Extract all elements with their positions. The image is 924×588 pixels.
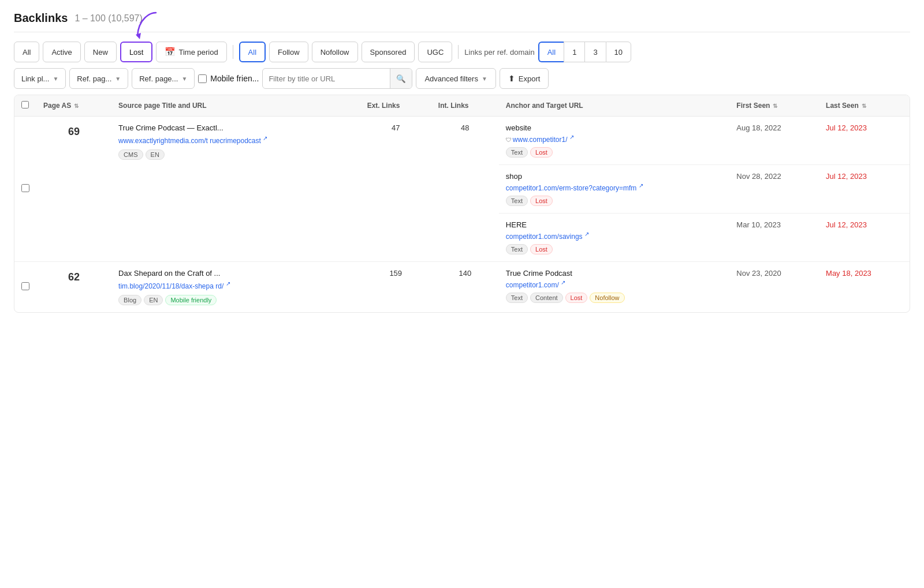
- anchor-url[interactable]: competitor1.com/savings ↗: [506, 231, 723, 241]
- source-tags: BlogENMobile friendly: [118, 295, 353, 305]
- int-links-cell: 48: [431, 117, 499, 262]
- filter-lost[interactable]: Lost: [120, 42, 153, 62]
- anchor-badge: Lost: [530, 244, 553, 254]
- select-all-checkbox[interactable]: [21, 101, 29, 108]
- source-tag: CMS: [118, 149, 143, 160]
- sort-icon: ⇅: [773, 103, 777, 109]
- links-per-label: Links per ref. domain: [464, 48, 534, 57]
- filter-ugc[interactable]: UGC: [418, 42, 452, 62]
- first-seen-date: Nov 23, 2020: [736, 269, 781, 278]
- anchor-text: website: [506, 123, 723, 132]
- external-link-icon: ↗: [639, 182, 643, 189]
- source-tag: Mobile friendly: [165, 295, 217, 305]
- ref-page-lang-label: Ref. page...: [139, 74, 178, 83]
- col-source: Source page Title and URL: [111, 95, 360, 117]
- row-checkbox[interactable]: [21, 184, 29, 192]
- links-per-all[interactable]: All: [538, 42, 564, 62]
- source-tags: CMSEN: [118, 149, 353, 160]
- col-ext-links: Ext. Links: [360, 95, 431, 117]
- filter-nofollow[interactable]: Nofollow: [312, 42, 358, 62]
- external-link-icon: ↗: [263, 135, 267, 141]
- anchor-block: HERE competitor1.com/savings ↗ TextLost: [506, 220, 723, 254]
- chevron-down-icon: ▼: [482, 76, 487, 82]
- anchor-cell: website 🛡www.competitor1/ ↗ TextLost: [499, 117, 730, 165]
- advanced-filters-label: Advanced filters: [424, 74, 478, 83]
- filter-all[interactable]: All: [14, 42, 39, 62]
- anchor-cell: shop competitor1.com/erm-store?category=…: [499, 165, 730, 214]
- anchor-badges: TextContentLostNofollow: [506, 293, 723, 303]
- last-seen-cell: May 18, 2023: [819, 262, 910, 312]
- sort-icon: ⇅: [74, 103, 79, 109]
- col-anchor: Anchor and Target URL: [499, 95, 730, 117]
- int-links-cell: 140: [431, 262, 499, 312]
- ext-links-cell: 159: [360, 262, 431, 312]
- anchor-block: website 🛡www.competitor1/ ↗ TextLost: [506, 123, 723, 158]
- link-placement-dropdown[interactable]: Link pl... ▼: [14, 68, 66, 89]
- ref-page-lang-dropdown[interactable]: Ref. page... ▼: [132, 68, 195, 89]
- filter-follow[interactable]: Follow: [269, 42, 308, 62]
- calendar-icon: 📅: [165, 47, 176, 57]
- advanced-filters-button[interactable]: Advanced filters ▼: [416, 68, 495, 89]
- anchor-url[interactable]: 🛡www.competitor1/ ↗: [506, 134, 723, 144]
- table-row: 69 True Crime Podcast — Exactl... www.ex…: [14, 117, 910, 165]
- last-seen-cell: Jul 12, 2023: [819, 117, 910, 165]
- links-per-10[interactable]: 10: [606, 42, 631, 62]
- source-url[interactable]: tim.blog/2020/11/18/dax-shepa rd/ ↗: [118, 280, 353, 291]
- last-seen-cell: Jul 12, 2023: [819, 165, 910, 214]
- arrow-annotation: [133, 7, 167, 42]
- filter-new[interactable]: New: [84, 42, 117, 62]
- col-first-seen: First Seen ⇅: [729, 95, 819, 117]
- anchor-cell: HERE competitor1.com/savings ↗ TextLost: [499, 214, 730, 262]
- filter-row-2: Link pl... ▼ Ref. pag... ▼ Ref. page... …: [14, 68, 910, 89]
- export-button[interactable]: ⬆ Export: [500, 68, 549, 89]
- filter-separator-2: [458, 45, 459, 59]
- filter-all-follow[interactable]: All: [239, 42, 266, 62]
- links-per-3[interactable]: 3: [584, 42, 605, 62]
- time-period-button[interactable]: 📅 Time period: [156, 42, 226, 62]
- mobile-friendly-checkbox[interactable]: [198, 74, 207, 83]
- filter-sponsored[interactable]: Sponsored: [362, 42, 415, 62]
- anchor-badges: TextLost: [506, 244, 723, 254]
- search-input[interactable]: [263, 74, 390, 83]
- source-url[interactable]: www.exactlyrightmedia.com/t ruecrimepodc…: [118, 134, 353, 146]
- col-last-seen: Last Seen ⇅: [819, 95, 910, 117]
- mobile-friendly-label: Mobile frien...: [210, 74, 259, 83]
- last-seen-date: Jul 12, 2023: [826, 220, 867, 229]
- anchor-badge: Lost: [565, 293, 588, 303]
- export-icon: ⬆: [508, 74, 515, 83]
- first-seen-date: Aug 18, 2022: [736, 123, 781, 132]
- external-link-icon: ↗: [584, 231, 589, 237]
- source-title: Dax Shepard on the Craft of ...: [118, 269, 353, 278]
- external-link-icon: ↗: [561, 279, 565, 286]
- ref-page-type-label: Ref. pag...: [77, 74, 111, 83]
- chevron-down-icon: ▼: [53, 76, 58, 82]
- anchor-cell: True Crime Podcast competitor1.com/ ↗ Te…: [499, 262, 730, 312]
- page-as-cell: 62: [36, 262, 111, 312]
- anchor-badges: TextLost: [506, 196, 723, 206]
- filter-active[interactable]: Active: [43, 42, 80, 62]
- external-link-icon: ↗: [569, 134, 574, 140]
- ref-page-type-dropdown[interactable]: Ref. pag... ▼: [69, 68, 128, 89]
- anchor-text: shop: [506, 172, 723, 181]
- link-placement-label: Link pl...: [21, 74, 49, 83]
- first-seen-date: Mar 10, 2023: [736, 220, 781, 229]
- source-tag: Blog: [118, 295, 141, 305]
- anchor-badge: Text: [506, 244, 528, 254]
- anchor-url[interactable]: competitor1.com/erm-store?category=mfm ↗: [506, 182, 723, 192]
- anchor-badges: TextLost: [506, 147, 723, 158]
- last-seen-date: May 18, 2023: [826, 269, 871, 278]
- anchor-block: True Crime Podcast competitor1.com/ ↗ Te…: [506, 269, 723, 303]
- mobile-friendly-filter: Mobile frien...: [198, 74, 259, 83]
- anchor-url[interactable]: competitor1.com/ ↗: [506, 279, 723, 289]
- search-button[interactable]: 🔍: [390, 69, 412, 88]
- time-period-label: Time period: [178, 48, 218, 57]
- anchor-badge: Lost: [530, 196, 553, 206]
- row-checkbox[interactable]: [21, 282, 29, 290]
- links-per-group: All 1 3 10: [538, 42, 631, 62]
- first-seen-cell: Nov 28, 2022: [729, 165, 819, 214]
- links-per-1[interactable]: 1: [564, 42, 584, 62]
- page-as-cell: 69: [36, 117, 111, 262]
- anchor-badge: Lost: [530, 147, 553, 158]
- search-box: 🔍: [262, 68, 412, 89]
- col-page-as: Page AS ⇅: [36, 95, 111, 117]
